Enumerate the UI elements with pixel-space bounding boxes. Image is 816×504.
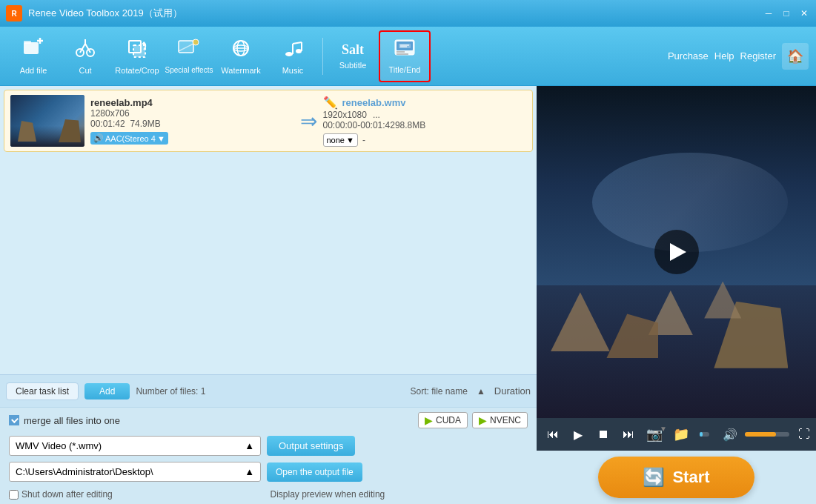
restore-button[interactable]: □ <box>780 7 792 19</box>
format-dropdown-arrow: ▲ <box>245 440 254 451</box>
fullscreen-button[interactable]: ⛶ <box>798 428 810 441</box>
shutdown-checkbox-label[interactable]: Shut down after editing <box>9 489 113 500</box>
window-controls: ─ □ ✕ <box>763 7 810 19</box>
register-link[interactable]: Register <box>740 50 776 62</box>
skip-forward-button[interactable]: ⏭ <box>618 424 639 445</box>
volume-fill <box>745 432 776 437</box>
toolbar-music[interactable]: Music <box>267 30 319 82</box>
left-panel: reneelab.mp4 1280x706 00:01:42 74.9MB 🔊 … <box>0 86 537 504</box>
svg-line-6 <box>80 44 85 53</box>
merge-checkbox-icon <box>9 415 19 425</box>
output-settings-button[interactable]: Output settings <box>267 436 355 456</box>
clear-task-button[interactable]: Clear task list <box>6 382 79 400</box>
svg-rect-10 <box>133 45 145 57</box>
play-pause-button[interactable]: ▶ <box>568 424 588 445</box>
format-value: WMV Video (*.wmv) <box>16 440 102 451</box>
svg-rect-0 <box>24 42 39 54</box>
svg-line-23 <box>293 42 302 44</box>
toolbar-watermark[interactable]: Watermark <box>215 30 267 82</box>
nvenc-label: NVENC <box>490 415 521 425</box>
progress-bar[interactable] <box>700 432 709 437</box>
file-info: reneelab.mp4 1280x706 00:01:42 74.9MB 🔊 … <box>90 97 294 145</box>
skip-back-button[interactable]: ⏮ <box>543 424 563 445</box>
path-value: C:\Users\Administrator\Desktop\ <box>16 466 153 477</box>
audio-icon: 🔊 <box>93 133 104 143</box>
volume-bar[interactable] <box>745 432 789 437</box>
svg-marker-11 <box>142 42 146 44</box>
add-button[interactable]: Add <box>84 383 130 399</box>
path-row: C:\Users\Administrator\Desktop\ ▲ Open t… <box>0 459 537 485</box>
app-title: Renee Video Toolbox 2019（试用） <box>28 7 763 20</box>
main-content: reneelab.mp4 1280x706 00:01:42 74.9MB 🔊 … <box>0 86 816 504</box>
path-dropdown-arrow: ▲ <box>245 466 254 477</box>
cut-icon <box>74 38 96 63</box>
output-filename: reneelab.wmv <box>342 97 406 108</box>
main-toolbar: Add file Cut Rotate/Crop <box>0 27 816 86</box>
svg-point-20 <box>296 49 302 53</box>
subtitle-text-icon: Salt <box>342 42 364 58</box>
help-link[interactable]: Help <box>714 50 734 62</box>
toolbar-add-file[interactable]: Add file <box>7 30 59 82</box>
home-button[interactable]: 🏠 <box>782 43 809 70</box>
cuda-icon: ▶ <box>425 414 433 426</box>
toolbar-title-end[interactable]: Title/End <box>379 30 431 82</box>
sort-asc-button[interactable]: ▲ <box>474 384 488 399</box>
title-end-label: Title/End <box>388 65 420 74</box>
audio-dropdown-arrow: ▼ <box>157 134 165 143</box>
svg-point-13 <box>193 39 199 45</box>
play-triangle-icon <box>670 243 686 261</box>
toolbar-subtitle[interactable]: Salt Subtitle <box>327 30 379 82</box>
title-end-icon <box>394 39 416 62</box>
special-effects-label: Special effects <box>165 66 213 74</box>
open-output-button[interactable]: Open the output file <box>267 462 362 482</box>
toolbar-cut[interactable]: Cut <box>59 30 111 82</box>
nvenc-icon: ▶ <box>479 414 487 426</box>
watermark-icon <box>230 38 252 63</box>
start-area: 🔄 Start <box>537 451 816 504</box>
toolbar-divider <box>322 38 323 75</box>
video-preview <box>537 86 816 418</box>
toolbar-special-effects[interactable]: Special effects <box>163 30 215 82</box>
shutdown-checkbox[interactable] <box>9 490 19 500</box>
file-output: ✏️ reneelab.wmv 1920x1080 ... 00:00:00-0… <box>323 96 527 147</box>
file-count: Number of files: 1 <box>136 386 205 397</box>
svg-rect-12 <box>179 41 193 53</box>
cuda-badge[interactable]: ▶ CUDA <box>418 412 468 428</box>
format-row: WMV Video (*.wmv) ▲ Output settings <box>0 433 537 459</box>
close-button[interactable]: ✕ <box>798 7 810 19</box>
start-button[interactable]: 🔄 Start <box>598 457 754 498</box>
play-button[interactable] <box>654 230 699 274</box>
music-label: Music <box>282 66 304 75</box>
audio-select[interactable]: 🔊 AAC(Stereo 4 ▼ <box>90 132 168 145</box>
svg-rect-1 <box>24 41 31 44</box>
file-list-area: reneelab.mp4 1280x706 00:01:42 74.9MB 🔊 … <box>0 86 537 374</box>
path-select[interactable]: C:\Users\Administrator\Desktop\ ▲ <box>9 462 261 482</box>
toolbar-rotate-crop[interactable]: Rotate/Crop <box>111 30 163 82</box>
input-filename: reneelab.mp4 <box>90 97 294 108</box>
subtitle-value: none <box>327 136 345 145</box>
toolbar-right: Purchase Help Register 🏠 <box>668 43 809 70</box>
convert-arrow: ⇒ <box>300 109 317 133</box>
svg-rect-28 <box>399 44 411 48</box>
shutdown-label: Shut down after editing <box>21 489 113 500</box>
add-file-label: Add file <box>20 66 47 75</box>
merge-label: merge all files into one <box>24 415 120 426</box>
purchase-link[interactable]: Purchase <box>668 50 709 62</box>
right-panel: ⏮ ▶ ⏹ ⏭ 📷▼ 📁 🔊 ⛶ 🔄 Start <box>537 86 816 504</box>
format-select[interactable]: WMV Video (*.wmv) ▲ <box>9 436 261 456</box>
minimize-button[interactable]: ─ <box>763 7 774 19</box>
file-thumbnail <box>10 95 84 147</box>
add-file-icon <box>22 38 44 63</box>
nvenc-badge[interactable]: ▶ NVENC <box>472 412 528 428</box>
watermark-label: Watermark <box>221 66 260 75</box>
sort-label: Sort: file name <box>410 386 467 397</box>
settings-bar: merge all files into one ▶ CUDA ▶ NVENC <box>0 407 537 433</box>
screenshot-button[interactable]: 📷▼ <box>646 426 663 442</box>
file-controls: 🔊 AAC(Stereo 4 ▼ <box>90 132 294 145</box>
duration-label: Duration <box>494 385 531 397</box>
subtitle-select[interactable]: none ▼ <box>323 133 358 147</box>
stop-button[interactable]: ⏹ <box>593 424 614 445</box>
merge-checkbox-row[interactable]: merge all files into one <box>9 415 120 426</box>
folder-button[interactable]: 📁 <box>673 426 689 442</box>
output-options[interactable]: ... <box>373 110 380 120</box>
